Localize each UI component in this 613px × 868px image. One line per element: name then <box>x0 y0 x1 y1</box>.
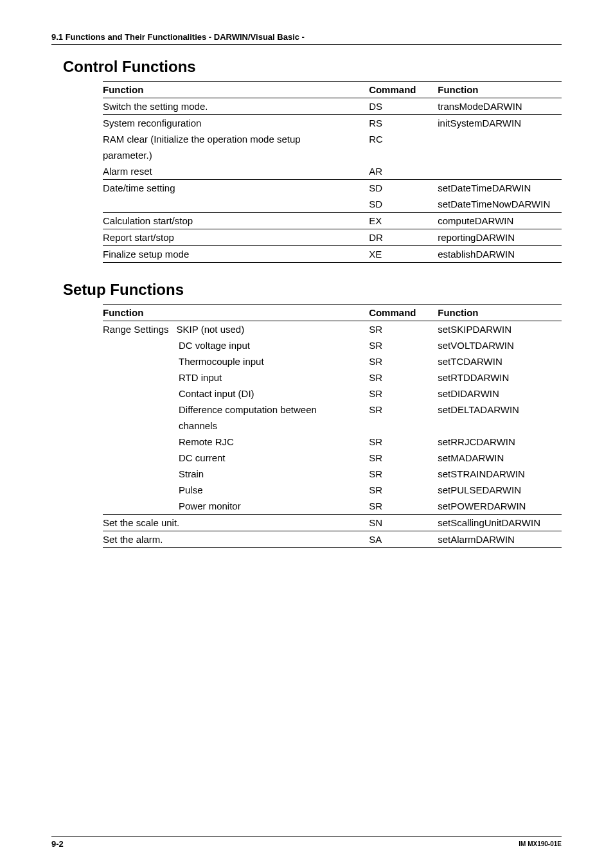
cell-api-function: transModeDARWIN <box>438 98 562 115</box>
page-header: 9.1 Functions and Their Functionalities … <box>51 32 562 45</box>
col-header-function2: Function <box>438 82 562 98</box>
cell-api-function <box>438 163 562 180</box>
cell-command: SR <box>369 385 438 402</box>
cell-function: Contact input (DI) <box>103 385 369 402</box>
table-row: Set the scale unit.SNsetScallingUnitDARW… <box>103 515 562 531</box>
cell-function: Date/time setting <box>103 180 369 197</box>
table-row: Date/time settingSDsetDateTimeDARWIN <box>103 180 562 197</box>
table-row: Finalize setup modeXEestablishDARWIN <box>103 246 562 263</box>
cell-command <box>369 147 438 163</box>
cell-function: Switch the setting mode. <box>103 98 369 115</box>
cell-command: SN <box>369 515 438 531</box>
table-row: Remote RJCSRsetRRJCDARWIN <box>103 434 562 450</box>
cell-function: parameter.) <box>103 147 369 163</box>
table-row: Power monitorSRsetPOWERDARWIN <box>103 498 562 515</box>
cell-api-function: setPOWERDARWIN <box>438 498 562 515</box>
table-row: channels <box>103 418 562 434</box>
cell-command: AR <box>369 163 438 180</box>
cell-api-function: establishDARWIN <box>438 246 562 263</box>
document-id: IM MX190-01E <box>519 840 562 847</box>
cell-api-function <box>438 418 562 434</box>
cell-command: SR <box>369 369 438 385</box>
cell-function: Pulse <box>103 482 369 498</box>
cell-command: SR <box>369 353 438 369</box>
cell-api-function: reportingDARWIN <box>438 229 562 246</box>
cell-command: SD <box>369 180 438 197</box>
cell-function: RTD input <box>103 369 369 385</box>
table-row: Alarm resetAR <box>103 163 562 180</box>
cell-function: Alarm reset <box>103 163 369 180</box>
cell-function: Range SettingsSKIP (not used) <box>103 321 369 338</box>
col-header-command: Command <box>369 305 438 321</box>
cell-command: SR <box>369 498 438 515</box>
table-row: Contact input (DI)SRsetDIDARWIN <box>103 385 562 402</box>
table-row: SDsetDateTimeNowDARWIN <box>103 196 562 213</box>
cell-command <box>369 418 438 434</box>
cell-api-function: setDateTimeDARWIN <box>438 180 562 197</box>
cell-function: Strain <box>103 466 369 482</box>
cell-category: Range Settings <box>103 324 169 335</box>
cell-command: SA <box>369 531 438 548</box>
cell-function: System reconfiguration <box>103 115 369 132</box>
cell-function: Thermocouple input <box>103 353 369 369</box>
table-row: DC voltage inputSRsetVOLTDARWIN <box>103 337 562 353</box>
cell-api-function: setDELTADARWIN <box>438 402 562 418</box>
section-title-setup: Setup Functions <box>63 281 562 299</box>
cell-api-function: setDateTimeNowDARWIN <box>438 196 562 213</box>
page-number: 9-2 <box>51 839 64 849</box>
col-header-function2: Function <box>438 305 562 321</box>
cell-function: DC voltage input <box>103 337 369 353</box>
cell-function: Finalize setup mode <box>103 246 369 263</box>
cell-function: channels <box>103 418 369 434</box>
cell-command: SR <box>369 434 438 450</box>
cell-api-function: setMADARWIN <box>438 450 562 466</box>
cell-api-function: setDIDARWIN <box>438 385 562 402</box>
cell-command: SR <box>369 482 438 498</box>
table-row: Calculation start/stopEXcomputeDARWIN <box>103 213 562 229</box>
cell-api-function <box>438 147 562 163</box>
table-row: Report start/stopDRreportingDARWIN <box>103 229 562 246</box>
table-row: Difference computation betweenSRsetDELTA… <box>103 402 562 418</box>
cell-api-function: setRTDDARWIN <box>438 369 562 385</box>
cell-api-function <box>438 131 562 147</box>
cell-function: DC current <box>103 450 369 466</box>
cell-command: EX <box>369 213 438 229</box>
cell-command: SR <box>369 466 438 482</box>
control-functions-table: Function Command Function Switch the set… <box>103 81 562 263</box>
table-row: StrainSRsetSTRAINDARWIN <box>103 466 562 482</box>
cell-api-function: setSKIPDARWIN <box>438 321 562 338</box>
cell-function: Report start/stop <box>103 229 369 246</box>
cell-command: DS <box>369 98 438 115</box>
cell-api-function: setSTRAINDARWIN <box>438 466 562 482</box>
cell-command: DR <box>369 229 438 246</box>
table-row: parameter.) <box>103 147 562 163</box>
page-footer: 9-2 IM MX190-01E <box>51 836 562 849</box>
cell-command: SR <box>369 450 438 466</box>
cell-function: Difference computation between <box>103 402 369 418</box>
setup-functions-table: Function Command Function Range Settings… <box>103 304 562 548</box>
cell-command: SR <box>369 402 438 418</box>
table-row: RAM clear (Initialize the operation mode… <box>103 131 562 147</box>
cell-api-function: setScallingUnitDARWIN <box>438 515 562 531</box>
cell-function: RAM clear (Initialize the operation mode… <box>103 131 369 147</box>
table-row: Switch the setting mode.DStransModeDARWI… <box>103 98 562 115</box>
table-row: Thermocouple inputSRsetTCDARWIN <box>103 353 562 369</box>
col-header-command: Command <box>369 82 438 98</box>
cell-api-function: initSystemDARWIN <box>438 115 562 132</box>
table-row: System reconfigurationRSinitSystemDARWIN <box>103 115 562 132</box>
cell-api-function: setVOLTDARWIN <box>438 337 562 353</box>
col-header-function: Function <box>103 82 369 98</box>
cell-function: Power monitor <box>103 498 369 515</box>
table-row: PulseSRsetPULSEDARWIN <box>103 482 562 498</box>
cell-command: SD <box>369 196 438 213</box>
cell-command: SR <box>369 337 438 353</box>
cell-command: XE <box>369 246 438 263</box>
cell-function: Calculation start/stop <box>103 213 369 229</box>
cell-function: Remote RJC <box>103 434 369 450</box>
cell-command: RS <box>369 115 438 132</box>
cell-function: Set the scale unit. <box>103 515 369 531</box>
table-row: Set the alarm.SAsetAlarmDARWIN <box>103 531 562 548</box>
table-row: DC currentSRsetMADARWIN <box>103 450 562 466</box>
cell-api-function: setRRJCDARWIN <box>438 434 562 450</box>
cell-function: Set the alarm. <box>103 531 369 548</box>
